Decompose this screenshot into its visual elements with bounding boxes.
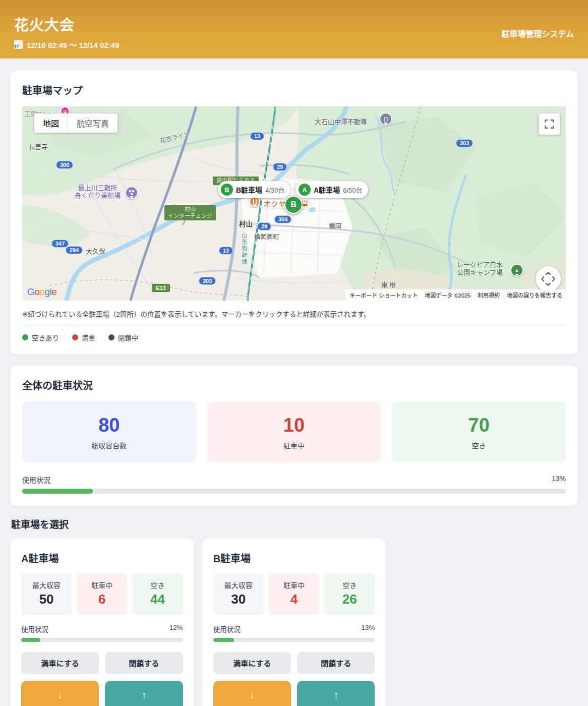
- event-date-row: 17 12/10 02:49 ～ 12/14 02:49: [14, 39, 119, 50]
- shrine-poi-icon: ∏: [379, 112, 392, 126]
- map-type-control: 地図 航空写真: [34, 113, 117, 133]
- map-card-title: 駐車場マップ: [22, 83, 566, 97]
- map-label-interchange: 村山インターチェンジ: [164, 205, 216, 220]
- lot-b-title: B駐車場: [213, 551, 375, 565]
- lot-b-progress-fill: [213, 638, 234, 642]
- legend-item-available: 空きあり: [22, 332, 59, 342]
- terms-link[interactable]: 利用規約: [474, 289, 503, 301]
- lot-section-title: 駐車場を選択: [11, 517, 578, 531]
- usage-label: 使用状況: [22, 475, 50, 485]
- down-arrow-icon: ↓: [57, 689, 63, 701]
- pan-control[interactable]: [536, 266, 561, 291]
- overall-status-title: 全体の駐車状況: [22, 378, 566, 392]
- lot-a-progress-track: [21, 638, 183, 642]
- full-dot-icon: [72, 334, 78, 340]
- pan-arrows-icon: [541, 271, 556, 286]
- overall-progress-track: [22, 489, 566, 494]
- stat-total-capacity: 80 総収容台数: [22, 401, 196, 462]
- overall-usage-row: 使用状況 13%: [22, 475, 566, 485]
- lot-grid: A駐車場 最大収容 50 駐車中 6 空き 44 使用状況 12%: [10, 539, 578, 706]
- legend-item-full: 満車: [72, 332, 95, 342]
- lot-card-a: A駐車場 最大収容 50 駐車中 6 空き 44 使用状況 12%: [10, 539, 194, 706]
- report-error-link[interactable]: 地図の誤りを報告する: [503, 289, 566, 301]
- route-shield-304: 304: [274, 215, 291, 223]
- route-shield-303a: 303: [456, 139, 473, 147]
- lot-grid-empty-cell: [394, 539, 578, 706]
- route-shield-29a: 29: [273, 163, 287, 171]
- keyboard-shortcuts-link[interactable]: キーボード ショートカット: [346, 289, 421, 301]
- camp-poi-icon: ▲: [510, 264, 523, 277]
- route-shield-13b: 13: [219, 247, 233, 255]
- lot-b-usage-percent: 13%: [361, 624, 375, 634]
- map-label-higashine: 東根: [381, 279, 397, 289]
- fullscreen-icon: [545, 120, 554, 129]
- route-shield-e13: E13: [152, 284, 170, 292]
- map-label-fudoson: 大石山中澤不動尊: [315, 116, 367, 126]
- app-header: 花火大会 17 12/10 02:49 ～ 12/14 02:49 駐車場管理シ…: [0, 0, 588, 58]
- map-label-lakepia: レークピア白水公園キャンプ場: [457, 261, 503, 276]
- google-map[interactable]: 工房FUua M 長善寺 花笠ライン 大石山中澤不動尊 ∏ 最上川三難所舟くだり…: [22, 106, 566, 301]
- lot-b-exit-button[interactable]: ↑ 出庫: [297, 681, 375, 706]
- route-shield-303b: 303: [199, 277, 216, 285]
- lot-b-vacant: 空き 26: [324, 573, 375, 615]
- map-marker-lot-b[interactable]: B: [284, 196, 303, 214]
- lot-a-exit-button[interactable]: ↑ 出庫: [105, 681, 183, 706]
- main-content: 駐車場マップ: [0, 58, 588, 706]
- page-title: 花火大会: [14, 13, 119, 34]
- up-arrow-icon: ↑: [141, 689, 146, 701]
- overall-status-card: 全体の駐車状況 80 総収容台数 10 駐車中 70 空き 使用状況 13%: [10, 366, 578, 506]
- usage-percent: 13%: [552, 475, 566, 485]
- route-shield-347: 347: [51, 240, 69, 248]
- map-attribution: キーボード ショートカット 地図データ ©2025 利用規約 地図の誤りを報告す…: [346, 289, 566, 301]
- lot-a-usage-label: 使用状況: [21, 624, 48, 634]
- lot-a-capacity: 最大収容 50: [21, 573, 72, 615]
- calendar-icon: 17: [14, 40, 23, 49]
- lot-card-b: B駐車場 最大収容 30 駐車中 4 空き 26 使用状況 13%: [202, 539, 386, 706]
- map-pill-lot-a[interactable]: A A駐車場 6/50台: [296, 181, 368, 198]
- closed-dot-icon: [108, 334, 114, 340]
- legend-item-closed: 閉鎖中: [108, 332, 139, 342]
- lot-a-entry-button[interactable]: ↓ 入庫: [21, 681, 99, 706]
- overall-progress-fill: [22, 489, 93, 494]
- lot-a-marker-letter: A: [299, 184, 311, 196]
- lot-a-parked: 駐車中 6: [77, 573, 127, 615]
- map-legend: 空きあり 満車 閉鎖中: [22, 332, 566, 342]
- lot-b-parked: 駐車中 4: [269, 573, 319, 615]
- lot-a-close-button[interactable]: 閉鎖する: [105, 652, 183, 674]
- boat-poi-icon: [125, 186, 138, 199]
- up-arrow-icon: ↑: [333, 689, 338, 701]
- lot-a-title: A駐車場: [21, 551, 183, 565]
- lot-a-set-full-button[interactable]: 満車にする: [21, 652, 99, 674]
- google-logo[interactable]: Google: [27, 286, 56, 298]
- lot-b-set-full-button[interactable]: 満車にする: [213, 652, 291, 674]
- satellite-view-button[interactable]: 航空写真: [68, 113, 117, 133]
- lot-b-marker-letter: B: [221, 184, 233, 196]
- map-note: ※紐づけられている全駐車場（2箇所）の位置を表示しています。マーカーをクリックす…: [22, 309, 566, 319]
- lot-b-capacity: 最大収容 30: [213, 573, 264, 615]
- available-dot-icon: [22, 334, 28, 340]
- map-label-okubo: 大久保: [86, 246, 105, 256]
- route-shield-300: 300: [56, 161, 73, 169]
- fullscreen-button[interactable]: [539, 113, 560, 135]
- map-label-shinkansen: 山形新幹線: [240, 232, 248, 265]
- lot-b-progress-track: [213, 638, 375, 642]
- map-label-chozenji: 長善寺: [29, 142, 48, 151]
- divider: [22, 325, 566, 325]
- lot-b-close-button[interactable]: 閉鎖する: [297, 652, 375, 674]
- route-shield-13a: 13: [250, 132, 264, 140]
- stat-vacant: 70 空き: [392, 401, 566, 462]
- event-date-range: 12/10 02:49 ～ 12/14 02:49: [27, 39, 119, 50]
- map-view-button[interactable]: 地図: [34, 113, 68, 133]
- map-label-tateoka-shinmachi: 楯岡新町: [254, 231, 279, 241]
- map-label-mogami: 最上川三難所舟くだり乗船場: [75, 185, 121, 200]
- route-shield-29b: 29: [257, 222, 271, 230]
- map-pill-lot-b[interactable]: B B駐車場 4/30台: [218, 181, 290, 198]
- lot-b-entry-button[interactable]: ↓ 入庫: [213, 681, 291, 706]
- map-card: 駐車場マップ: [10, 71, 578, 355]
- stat-parked: 10 駐車中: [207, 401, 381, 462]
- app-name: 駐車場管理システム: [501, 27, 574, 58]
- lot-b-usage-label: 使用状況: [213, 624, 241, 634]
- header-left: 花火大会 17 12/10 02:49 ～ 12/14 02:49: [14, 13, 119, 58]
- route-shield-294: 294: [66, 246, 83, 254]
- down-arrow-icon: ↓: [250, 689, 255, 701]
